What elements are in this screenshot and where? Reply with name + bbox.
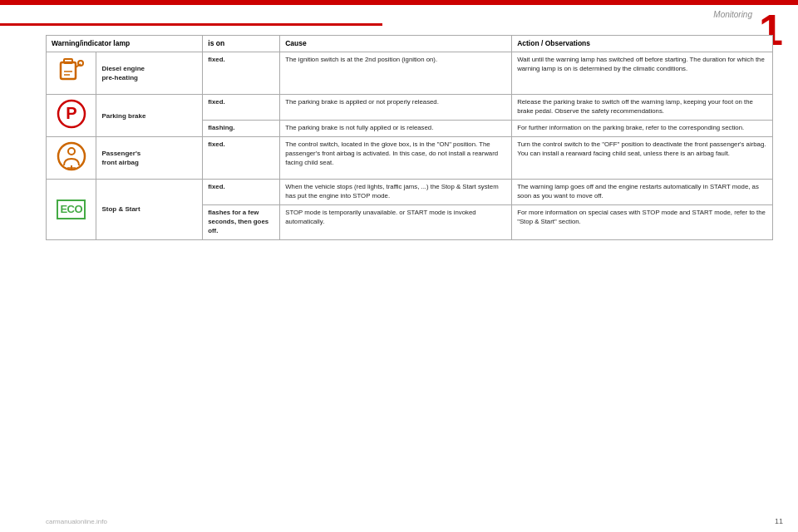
warning-lamp-table: Warning/indicator lamp is on Cause Actio…	[46, 35, 773, 240]
table-row: Diesel enginepre-heatingfixed.The igniti…	[47, 52, 773, 95]
svg-rect-0	[61, 62, 76, 79]
main-table-container: Warning/indicator lamp is on Cause Actio…	[46, 35, 773, 507]
action-cell: Release the parking brake to switch off …	[512, 95, 773, 121]
is-on-cell: fixed.	[203, 137, 280, 180]
table-row: Passenger'sfront airbagfixed.The control…	[47, 137, 773, 180]
svg-point-9	[68, 148, 75, 155]
label-cell-2: Passenger'sfront airbag	[96, 137, 203, 180]
cause-cell: The parking brake is not fully applied o…	[280, 121, 512, 137]
svg-rect-1	[64, 59, 72, 63]
watermark-text: carmanualonline.info	[46, 518, 107, 525]
cause-cell: The parking brake is applied or not prop…	[280, 95, 512, 121]
page-number: 11	[775, 517, 783, 525]
cause-cell: STOP mode is temporarily unavailable. or…	[280, 205, 512, 240]
icon-cell-airbag	[47, 137, 96, 180]
action-cell: For further information on the parking b…	[512, 121, 773, 137]
is-on-cell: flashing.	[203, 121, 280, 137]
cause-cell: When the vehicle stops (red lights, traf…	[280, 180, 512, 205]
svg-text:P: P	[66, 104, 76, 122]
label-cell-1: Parking brake	[96, 95, 203, 137]
action-cell: Turn the control switch to the "OFF" pos…	[512, 137, 773, 180]
table-row: ECOStop & Startfixed.When the vehicle st…	[47, 180, 773, 205]
label-cell-3: Stop & Start	[96, 180, 203, 240]
cause-cell: The control switch, located in the glove…	[280, 137, 512, 180]
col-header-action: Action / Observations	[512, 36, 773, 52]
col-header-cause: Cause	[280, 36, 512, 52]
icon-cell-diesel	[47, 52, 96, 95]
action-cell: The warning lamp goes off and the engine…	[512, 180, 773, 205]
icon-cell-parking: P	[47, 95, 96, 137]
red-accent-line	[0, 23, 382, 26]
is-on-cell: flashes for a few seconds, then goes off…	[203, 205, 280, 240]
action-cell: Wait until the warning lamp has switched…	[512, 52, 773, 95]
icon-cell-eco: ECO	[47, 180, 96, 240]
action-cell: For more information on special cases wi…	[512, 205, 773, 240]
is-on-cell: fixed.	[203, 52, 280, 95]
col-header-lamp: Warning/indicator lamp	[47, 36, 203, 52]
table-header-row: Warning/indicator lamp is on Cause Actio…	[47, 36, 773, 52]
section-title: Monitoring	[713, 10, 752, 19]
table-row: P Parking brakefixed.The parking brake i…	[47, 95, 773, 121]
eco-icon: ECO	[57, 200, 86, 219]
is-on-cell: fixed.	[203, 95, 280, 121]
svg-point-3	[78, 61, 83, 66]
is-on-cell: fixed.	[203, 180, 280, 205]
top-bar	[0, 0, 798, 5]
cause-cell: The ignition switch is at the 2nd positi…	[280, 52, 512, 95]
col-header-is-on: is on	[203, 36, 280, 52]
label-cell-0: Diesel enginepre-heating	[96, 52, 203, 95]
